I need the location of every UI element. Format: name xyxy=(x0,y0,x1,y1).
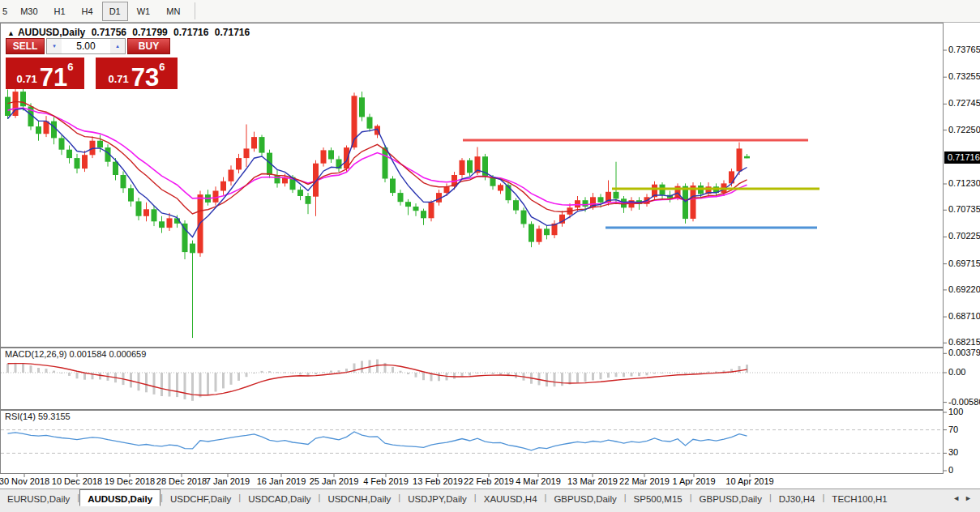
chart-tab-bar: EURUSD,Daily|AUDUSD,Daily|USDCHF,Daily|U… xyxy=(0,489,980,512)
volume-stepper: ▾ 5.00 ▴ xyxy=(46,38,126,54)
buy-price-point: 6 xyxy=(159,61,165,73)
date-axis-label: 19 Dec 2018 xyxy=(105,476,155,486)
macd-axis-label: 0.00 xyxy=(948,367,965,377)
tab-scroll-left-icon[interactable]: ◄ xyxy=(952,494,960,502)
chart-tab-gbpusd-daily[interactable]: GBPUSD,Daily xyxy=(546,489,623,506)
timeframe-toolbar: 5M30H1H4D1W1MN xyxy=(0,0,980,23)
rsi-indicator-pane[interactable] xyxy=(0,410,944,474)
sell-button[interactable]: SELL xyxy=(6,38,45,54)
macd-label: MACD(12,26,9) 0.001584 0.000659 xyxy=(5,349,146,359)
price-axis-label: 0.73255 xyxy=(948,71,980,81)
price-axis-label: 0.70225 xyxy=(948,231,980,241)
rsi-axis-label: 100 xyxy=(948,407,963,416)
rsi-value: 59.3155 xyxy=(38,412,71,421)
sell-price-prefix: 0.71 xyxy=(16,73,36,85)
date-axis-label: 4 Mar 2019 xyxy=(516,476,561,486)
toolbar-separator xyxy=(195,2,195,19)
tab-scroll-buttons: ◄► xyxy=(952,489,980,502)
price-axis-label: 0.72250 xyxy=(948,125,980,134)
timeframe-button-m30[interactable]: M30 xyxy=(13,2,45,21)
chart-tab-xauusd-h4[interactable]: XAUUSD,H4 xyxy=(477,489,545,506)
date-axis-label: 10 Dec 2018 xyxy=(52,476,102,486)
price-axis-label: 0.70735 xyxy=(948,204,980,214)
timeframe-button-w1[interactable]: W1 xyxy=(130,2,158,21)
chart-tab-dj30-h4[interactable]: DJ30,H4 xyxy=(772,489,823,506)
date-axis-label: 7 Jan 2019 xyxy=(206,476,250,486)
rsi-axis-label: 70 xyxy=(948,425,958,434)
tab-scroll-right-icon[interactable]: ► xyxy=(965,494,972,502)
rsi-name: RSI(14) xyxy=(5,412,36,421)
timeframe-button-mn[interactable]: MN xyxy=(159,2,187,21)
price-axis-label: 0.69220 xyxy=(948,284,980,294)
ohlc-open: 0.71756 xyxy=(92,27,126,38)
buy-price-pips: 73 xyxy=(131,66,159,89)
date-axis-label: 30 Nov 2018 xyxy=(0,476,49,486)
one-click-trading-panel: SELL ▾ 5.00 ▴ BUY 0.71 71 6 0.71 73 6 xyxy=(6,38,178,89)
price-axis-label: 0.71230 xyxy=(948,178,980,188)
volume-input[interactable]: 5.00 xyxy=(62,39,110,53)
macd-axis-label: 0.003793 xyxy=(948,348,980,357)
date-axis-label: 4 Feb 2019 xyxy=(363,476,409,486)
price-axis-label: 0.73765 xyxy=(948,45,980,54)
collapse-triangle-icon[interactable]: ▲ xyxy=(7,29,15,37)
chart-tab-gbpusd-daily[interactable]: GBPUSD,Daily xyxy=(692,489,769,506)
chart-tab-audusd-daily[interactable]: AUDUSD,Daily xyxy=(79,489,160,506)
ohlc-high: 0.71799 xyxy=(132,27,167,38)
price-axis-label: 0.69715 xyxy=(948,258,980,268)
timeframe-button-d1[interactable]: D1 xyxy=(102,2,128,21)
rsi-axis-label: 0 xyxy=(948,465,953,475)
macd-signal-value: 0.000659 xyxy=(109,349,146,359)
timeframe-button-h1[interactable]: H1 xyxy=(47,2,73,21)
price-axis-label: 0.72745 xyxy=(948,98,980,108)
timeframe-button-5[interactable]: 5 xyxy=(1,2,11,21)
sell-price-display[interactable]: 0.71 71 6 xyxy=(6,58,84,89)
date-axis-label: 13 Mar 2019 xyxy=(567,476,618,486)
chart-tab-eurusd-daily[interactable]: EURUSD,Daily xyxy=(0,489,77,506)
buy-price-display[interactable]: 0.71 73 6 xyxy=(96,58,178,89)
mt4-terminal-window: 5M30H1H4D1W1MN ▲AUDUSD,Daily 0.71756 0.7… xyxy=(0,0,980,512)
date-axis-label: 10 Apr 2019 xyxy=(725,476,773,486)
macd-main-value: 0.001584 xyxy=(69,349,106,359)
chart-symbol-header: ▲AUDUSD,Daily 0.71756 0.71799 0.71716 0.… xyxy=(7,27,253,38)
price-axis-label: 0.68710 xyxy=(948,311,980,321)
chart-tab-usdchf-daily[interactable]: USDCHF,Daily xyxy=(163,489,238,506)
sell-price-point: 6 xyxy=(67,61,73,73)
date-axis-label: 25 Jan 2019 xyxy=(310,476,359,486)
date-axis-label: 13 Feb 2019 xyxy=(413,476,463,486)
current-price-tag: 0.71716 xyxy=(944,151,980,164)
date-axis-label: 22 Mar 2019 xyxy=(619,476,670,486)
macd-name: MACD(12,26,9) xyxy=(5,349,66,359)
date-axis-label: 1 Apr 2019 xyxy=(672,476,715,486)
buy-price-prefix: 0.71 xyxy=(108,73,128,85)
rsi-label: RSI(14) 59.3155 xyxy=(5,412,71,421)
timeframe-button-h4[interactable]: H4 xyxy=(75,2,101,21)
chart-tab-tech100-h1[interactable]: TECH100,H1 xyxy=(824,489,894,506)
chart-symbol-label: AUDUSD,Daily xyxy=(18,27,85,38)
sell-price-pips: 71 xyxy=(40,66,67,89)
price-axis-label: 0.68215 xyxy=(948,337,980,347)
chart-tab-usdjpy-daily[interactable]: USDJPY,Daily xyxy=(400,489,474,506)
chart-tab-usdcad-daily[interactable]: USDCAD,Daily xyxy=(241,489,318,506)
date-axis-label: 28 Dec 2018 xyxy=(156,476,207,486)
chart-tab-usdcnh-daily[interactable]: USDCNH,Daily xyxy=(320,489,398,506)
macd-axis-label: -0.005864 xyxy=(948,397,980,407)
chart-tab-sp500-m15[interactable]: SP500,M15 xyxy=(627,489,690,506)
buy-button[interactable]: BUY xyxy=(127,38,170,54)
ohlc-low: 0.71716 xyxy=(173,27,208,38)
date-axis-label: 16 Jan 2019 xyxy=(257,476,306,486)
volume-decrease-arrow-icon[interactable]: ▾ xyxy=(47,39,62,53)
date-axis-label: 22 Feb 2019 xyxy=(464,476,514,486)
ohlc-close: 0.71716 xyxy=(215,27,250,38)
volume-increase-arrow-icon[interactable]: ▴ xyxy=(110,39,125,53)
rsi-axis-label: 30 xyxy=(948,447,958,457)
